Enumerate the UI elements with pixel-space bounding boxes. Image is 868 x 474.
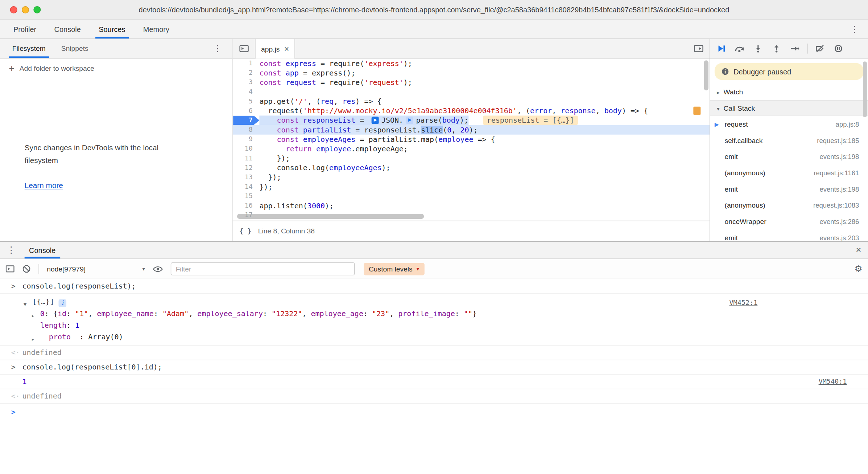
line-number[interactable]: 9 — [233, 135, 260, 144]
vertical-scrollbar[interactable] — [704, 60, 708, 90]
navigator-tab-filesystem[interactable]: Filesystem — [4, 39, 53, 58]
console-settings-gear-icon[interactable]: ⚙ — [854, 263, 862, 274]
file-tab-appjs[interactable]: app.js × — [255, 39, 295, 59]
inline-breakpoint-marker[interactable] — [371, 117, 379, 124]
source-link[interactable]: VM452:1 — [729, 297, 757, 308]
frame-location[interactable]: events.js:198 — [819, 153, 859, 161]
line-number[interactable]: 1 — [233, 59, 260, 68]
close-window-button[interactable] — [10, 6, 17, 13]
line-number[interactable]: 5 — [233, 97, 260, 106]
code-line-1[interactable]: 1const express = require('express'); — [233, 59, 710, 68]
code-line-10[interactable]: 10 return employee.employeeAge; — [233, 144, 710, 154]
pause-on-exceptions-button[interactable] — [831, 41, 846, 56]
pretty-print-icon[interactable]: { } — [239, 227, 251, 235]
frame-location[interactable]: app.js:8 — [836, 120, 859, 128]
code-line-16[interactable]: 16app.listen(3000); — [233, 201, 710, 211]
horizontal-scrollbar[interactable] — [237, 214, 424, 219]
toggle-debugger-sidebar-button[interactable] — [687, 39, 710, 58]
resume-button[interactable] — [714, 41, 728, 56]
line-number[interactable]: 4 — [233, 87, 260, 97]
close-drawer-icon[interactable]: × — [856, 245, 861, 256]
line-number[interactable]: 13 — [233, 172, 260, 182]
frame-location[interactable]: events.js:198 — [819, 185, 859, 193]
line-number[interactable]: 14 — [233, 182, 260, 192]
execution-context-selector[interactable]: node[97979] ▾ — [47, 265, 145, 273]
live-expression-button[interactable] — [153, 266, 163, 272]
step-over-button[interactable] — [732, 41, 747, 56]
main-menu-kebab-icon[interactable]: ⋮ — [850, 25, 859, 34]
show-console-sidebar-button[interactable] — [5, 265, 15, 273]
line-number[interactable]: 2 — [233, 68, 260, 78]
toggle-navigator-button[interactable] — [233, 39, 255, 58]
frame-location[interactable]: request.js:1161 — [814, 169, 859, 177]
tab-memory[interactable]: Memory — [134, 20, 178, 38]
frame-location[interactable]: events.js:203 — [819, 234, 859, 241]
object-property-row[interactable]: length: 1 — [0, 319, 779, 331]
line-number[interactable]: 7 — [233, 115, 260, 125]
line-number[interactable]: 10 — [233, 144, 260, 154]
call-stack-frame[interactable]: (anonymous)request.js:1161 — [710, 165, 868, 181]
log-levels-dropdown[interactable]: Custom levels ▾ — [364, 263, 424, 275]
object-property-row[interactable]: ▸0: {id: "1", employee_name: "Adam", emp… — [0, 308, 779, 319]
drawer-tab-console[interactable]: Console — [25, 242, 60, 258]
deactivate-breakpoints-button[interactable] — [813, 41, 827, 56]
line-number[interactable]: 3 — [233, 78, 260, 87]
frame-location[interactable]: request.js:185 — [817, 136, 859, 144]
console-filter-input[interactable] — [171, 262, 355, 275]
code-line-13[interactable]: 13 }); — [233, 172, 710, 182]
frame-location[interactable]: events.js:286 — [819, 217, 859, 225]
learn-more-link[interactable]: Learn more — [25, 181, 63, 190]
code-line-8[interactable]: 8 const partialList = responseList.slice… — [233, 125, 710, 135]
navigator-kebab-icon[interactable]: ⋮ — [213, 44, 222, 53]
source-link[interactable]: VM540:1 — [819, 377, 847, 386]
code-line-11[interactable]: 11 }); — [233, 154, 710, 163]
add-folder-button[interactable]: + Add folder to workspace — [0, 59, 232, 79]
navigator-tab-snippets[interactable]: Snippets — [53, 39, 96, 58]
call-stack-frame[interactable]: emitevents.js:198 — [710, 181, 868, 197]
code-line-4[interactable]: 4 — [233, 87, 710, 97]
minimize-window-button[interactable] — [22, 6, 29, 13]
code-line-3[interactable]: 3const request = require('request'); — [233, 78, 710, 87]
code-line-14[interactable]: 14}); — [233, 182, 710, 192]
code-line-9[interactable]: 9 const employeeAges = partialList.map(e… — [233, 135, 710, 144]
watch-section-header[interactable]: ▸ Watch — [710, 84, 868, 101]
step-out-button[interactable] — [769, 41, 784, 56]
tab-console[interactable]: Console — [45, 20, 90, 38]
line-number[interactable]: 6 — [233, 106, 260, 115]
step-button[interactable] — [788, 41, 802, 56]
line-number[interactable]: 8 — [233, 125, 260, 135]
code-line-5[interactable]: 5app.get('/', (req, res) => { — [233, 97, 710, 106]
current-frame-arrow-icon: ▶ — [715, 121, 719, 127]
call-stack-frame[interactable]: self.callbackrequest.js:185 — [710, 132, 868, 149]
chevron-down-icon: ▾ — [142, 266, 145, 272]
call-stack-frame[interactable]: ▶requestapp.js:8 — [710, 116, 868, 132]
code-line-2[interactable]: 2const app = express(); — [233, 68, 710, 78]
disclosure-triangle-icon[interactable]: ▸ — [31, 333, 34, 345]
step-into-button[interactable] — [751, 41, 765, 56]
code-line-6[interactable]: 6 request('http://www.mocky.io/v2/5e1a9a… — [233, 106, 710, 115]
call-stack-frame[interactable]: emitevents.js:203 — [710, 229, 868, 241]
code-line-12[interactable]: 12 console.log(employeeAges); — [233, 163, 710, 172]
call-stack-frame[interactable]: emitevents.js:198 — [710, 148, 868, 165]
code-line-7[interactable]: 7 const responseList = JSON.parse(body);… — [233, 115, 710, 125]
clear-console-button[interactable] — [22, 265, 31, 273]
zoom-window-button[interactable] — [33, 6, 41, 13]
call-stack-section-header[interactable]: ▾ Call Stack — [710, 101, 868, 116]
tab-profiler[interactable]: Profiler — [4, 20, 45, 38]
drawer-menu-kebab-icon[interactable]: ⋮ — [7, 246, 16, 255]
line-number[interactable]: 11 — [233, 154, 260, 163]
code-editor[interactable]: 1const express = require('express');2con… — [233, 59, 710, 221]
call-stack-frame[interactable]: onceWrapperevents.js:286 — [710, 213, 868, 230]
tab-sources[interactable]: Sources — [90, 20, 135, 38]
close-tab-icon[interactable]: × — [284, 44, 289, 54]
line-number[interactable]: 15 — [233, 192, 260, 201]
object-property-row[interactable]: ▸__proto__: Array(0) — [0, 331, 779, 343]
code-line-15[interactable]: 15 — [233, 192, 710, 201]
inline-breakpoint-marker[interactable] — [406, 117, 413, 124]
console-prompt[interactable]: > — [0, 404, 868, 409]
frame-location[interactable]: request.js:1083 — [813, 201, 859, 209]
call-stack-frame[interactable]: (anonymous)request.js:1083 — [710, 197, 868, 213]
sidebar-scrollbar[interactable] — [863, 61, 867, 117]
line-number[interactable]: 12 — [233, 163, 260, 172]
line-number[interactable]: 16 — [233, 201, 260, 211]
